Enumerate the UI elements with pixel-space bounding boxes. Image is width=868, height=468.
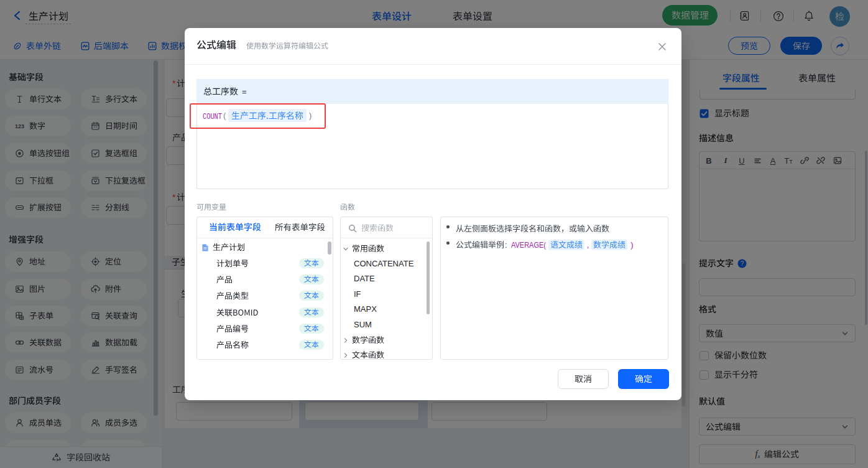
svg-text:AVERAGE(: AVERAGE( [511,240,546,250]
